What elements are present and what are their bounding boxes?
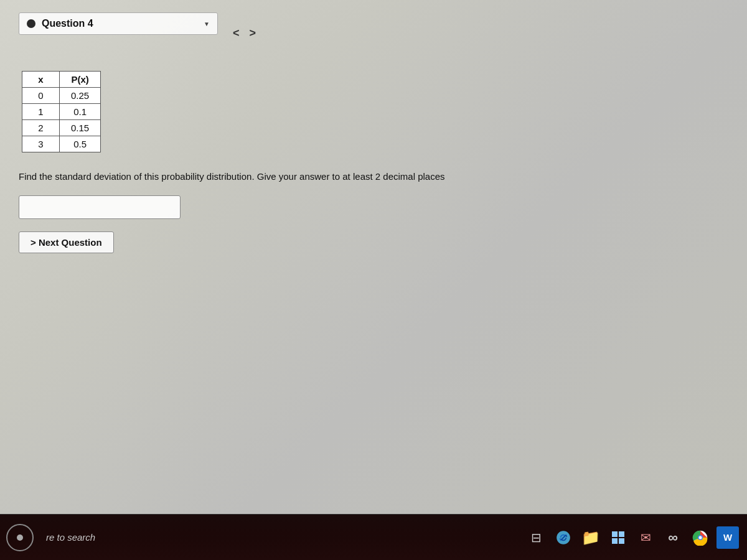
word-w-label: W	[716, 526, 739, 549]
question-dot	[27, 19, 35, 28]
question-header: Question 4 ▼	[19, 12, 218, 35]
windows-circle-inner	[17, 534, 23, 541]
table-cell-px: 0.1	[60, 104, 101, 120]
taskbar-widgets-icon[interactable]: ⊟	[523, 525, 549, 551]
col-header-px: P(x)	[60, 72, 101, 88]
taskbar-folder-icon[interactable]: 📁	[578, 525, 604, 551]
svg-point-7	[699, 536, 702, 539]
windows-start-button[interactable]	[6, 524, 34, 551]
taskbar-edge-icon[interactable]	[550, 525, 576, 551]
question-title: Question 4	[42, 18, 197, 29]
svg-rect-1	[619, 531, 624, 537]
svg-rect-3	[619, 538, 624, 544]
answer-input[interactable]	[19, 195, 181, 219]
probability-table: x P(x) 00.2510.120.1530.5	[22, 71, 101, 152]
table-cell-x: 3	[22, 136, 60, 152]
taskbar: re to search ⊟ 📁	[0, 514, 747, 560]
table-cell-x: 2	[22, 120, 60, 136]
table-cell-px: 0.25	[60, 88, 101, 104]
taskbar-mail-icon[interactable]: ✉	[632, 525, 659, 551]
table-cell-x: 1	[22, 104, 60, 120]
taskbar-search-area: re to search	[40, 532, 520, 543]
nav-arrows: < >	[230, 27, 258, 40]
table-row: 00.25	[22, 88, 101, 104]
table-row: 20.15	[22, 120, 101, 136]
table-cell-x: 0	[22, 88, 60, 104]
taskbar-search-text[interactable]: re to search	[46, 532, 95, 543]
taskbar-icons-right: ⊟ 📁 ✉ ∞	[523, 525, 741, 551]
taskbar-infinity-icon[interactable]: ∞	[660, 525, 686, 551]
table-row: 10.1	[22, 104, 101, 120]
taskbar-grid-icon[interactable]	[605, 525, 631, 551]
table-row: 30.5	[22, 136, 101, 152]
table-cell-px: 0.15	[60, 120, 101, 136]
taskbar-chrome-icon[interactable]	[687, 525, 713, 551]
main-content: Question 4 ▼ < > x P(x) 00.2510.120.1530…	[0, 0, 747, 514]
col-header-x: x	[22, 72, 60, 88]
table-cell-px: 0.5	[60, 136, 101, 152]
prev-question-button[interactable]: <	[230, 27, 242, 40]
dropdown-arrow-icon[interactable]: ▼	[204, 21, 210, 27]
svg-rect-0	[612, 531, 618, 537]
next-question-button[interactable]: >	[247, 27, 259, 40]
question-text: Find the standard deviation of this prob…	[19, 170, 728, 184]
next-question-btn[interactable]: > Next Question	[19, 231, 114, 253]
taskbar-word-icon[interactable]: W	[715, 525, 741, 551]
svg-rect-2	[612, 538, 618, 544]
